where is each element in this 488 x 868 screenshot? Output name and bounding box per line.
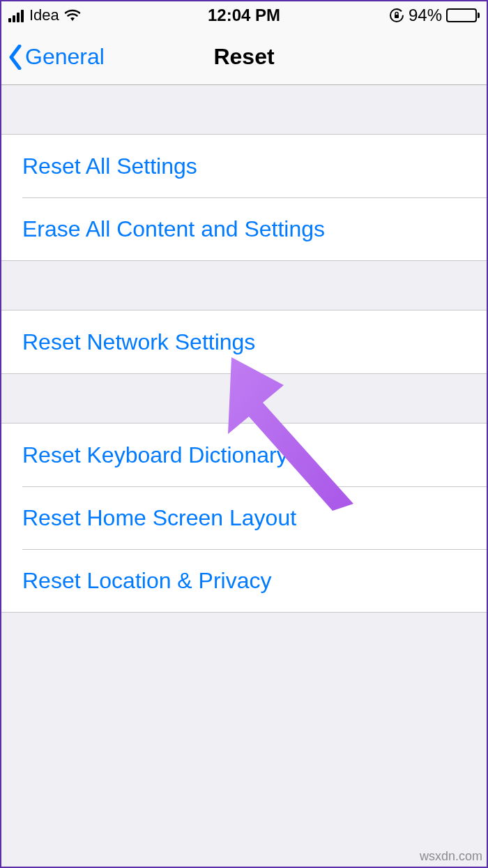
status-time: 12:04 PM xyxy=(208,6,280,25)
cell-reset-keyboard-dictionary[interactable]: Reset Keyboard Dictionary xyxy=(1,424,487,486)
svg-rect-1 xyxy=(395,15,399,18)
cell-reset-all-settings[interactable]: Reset All Settings xyxy=(1,135,487,197)
status-left: Idea xyxy=(8,6,82,24)
cell-label: Reset Keyboard Dictionary xyxy=(22,442,288,468)
cell-reset-location-privacy[interactable]: Reset Location & Privacy xyxy=(1,549,487,612)
wifi-icon xyxy=(63,8,82,22)
back-button[interactable]: General xyxy=(1,44,105,70)
cell-reset-home-screen-layout[interactable]: Reset Home Screen Layout xyxy=(1,486,487,549)
signal-icon xyxy=(8,8,24,22)
chevron-left-icon xyxy=(8,45,22,70)
cell-label: Reset Home Screen Layout xyxy=(22,505,296,531)
page-title: Reset xyxy=(213,44,274,70)
cell-label: Reset Location & Privacy xyxy=(22,568,272,594)
status-right: 94% xyxy=(389,6,480,25)
orientation-lock-icon xyxy=(389,8,404,23)
cell-reset-network-settings[interactable]: Reset Network Settings xyxy=(1,310,487,373)
battery-percent: 94% xyxy=(409,6,442,25)
cell-erase-all-content[interactable]: Erase All Content and Settings xyxy=(1,197,487,260)
watermark: wsxdn.com xyxy=(420,849,482,864)
cell-label: Reset All Settings xyxy=(22,154,197,179)
settings-group: Reset Keyboard Dictionary Reset Home Scr… xyxy=(1,423,487,613)
carrier-label: Idea xyxy=(29,6,59,24)
cell-label: Erase All Content and Settings xyxy=(22,216,325,242)
back-label: General xyxy=(25,44,105,70)
status-bar: Idea 12:04 PM 94% xyxy=(1,1,487,29)
group-spacer xyxy=(1,261,487,310)
group-spacer xyxy=(1,374,487,423)
settings-group: Reset Network Settings xyxy=(1,310,487,374)
cell-label: Reset Network Settings xyxy=(22,329,255,355)
settings-group: Reset All Settings Erase All Content and… xyxy=(1,134,487,261)
group-spacer xyxy=(1,85,487,134)
battery-icon xyxy=(446,8,480,22)
nav-header: General Reset xyxy=(1,29,487,85)
